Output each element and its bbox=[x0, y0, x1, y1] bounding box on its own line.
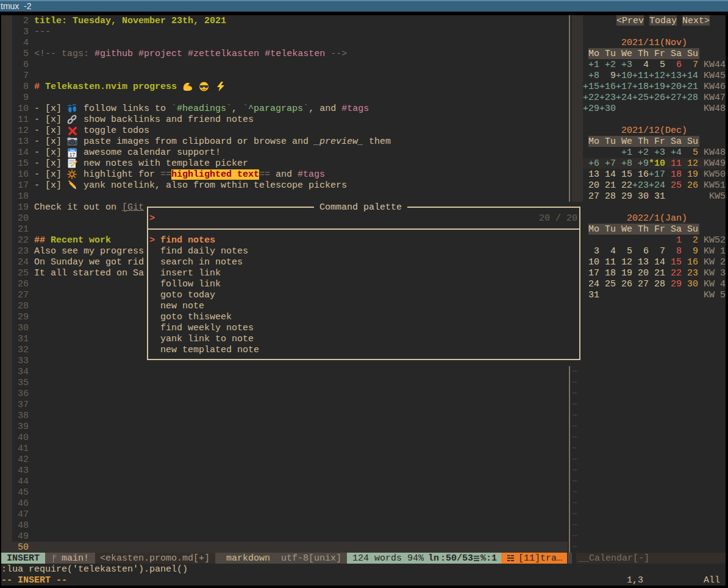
svg-text:17: 17 bbox=[70, 152, 76, 158]
